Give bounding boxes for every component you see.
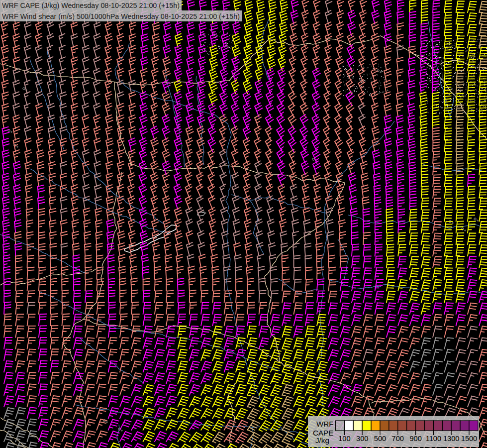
- svg-text:1300: 1300: [443, 435, 459, 443]
- svg-text:J/kg: J/kg: [315, 436, 329, 445]
- svg-text:1100: 1100: [426, 435, 441, 443]
- svg-text:500: 500: [374, 435, 386, 443]
- svg-text:700: 700: [392, 435, 404, 443]
- svg-text:WRF CAPE (J/kg) Wednesday 08-1: WRF CAPE (J/kg) Wednesday 08-10-2025 21:…: [2, 1, 180, 9]
- svg-text:WRF Wind shear (m/s) 500/1000h: WRF Wind shear (m/s) 500/1000hPa Wednesd…: [2, 12, 240, 20]
- svg-text:100: 100: [338, 435, 350, 443]
- svg-text:1500: 1500: [461, 435, 477, 443]
- svg-text:900: 900: [409, 435, 421, 443]
- svg-text:WRF: WRF: [316, 420, 334, 428]
- svg-text:300: 300: [356, 435, 368, 443]
